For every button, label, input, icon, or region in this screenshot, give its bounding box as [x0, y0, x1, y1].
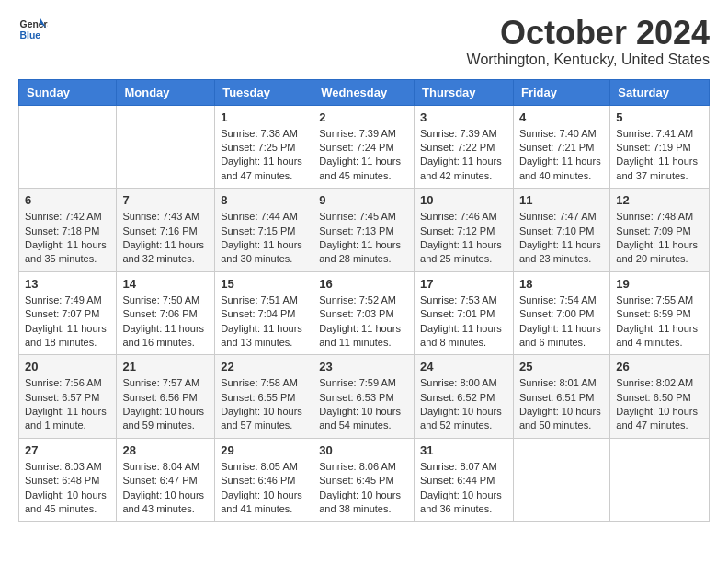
- day-info: Sunrise: 7:49 AM Sunset: 7:07 PM Dayligh…: [25, 293, 110, 350]
- day-info: Sunrise: 8:02 AM Sunset: 6:50 PM Dayligh…: [616, 376, 703, 433]
- calendar-cell: [513, 438, 609, 522]
- day-number: 2: [319, 110, 408, 124]
- day-number: 5: [616, 110, 703, 124]
- calendar-cell: 14Sunrise: 7:50 AM Sunset: 7:06 PM Dayli…: [117, 271, 215, 355]
- day-info: Sunrise: 7:42 AM Sunset: 7:18 PM Dayligh…: [25, 210, 110, 267]
- day-number: 6: [25, 193, 110, 207]
- calendar-week-row: 27Sunrise: 8:03 AM Sunset: 6:48 PM Dayli…: [19, 438, 710, 522]
- calendar-cell: 12Sunrise: 7:48 AM Sunset: 7:09 PM Dayli…: [610, 189, 710, 272]
- calendar-week-row: 1Sunrise: 7:38 AM Sunset: 7:25 PM Daylig…: [19, 105, 710, 189]
- calendar-week-row: 6Sunrise: 7:42 AM Sunset: 7:18 PM Daylig…: [19, 189, 710, 272]
- day-number: 26: [616, 360, 703, 373]
- calendar-cell: 31Sunrise: 8:07 AM Sunset: 6:44 PM Dayli…: [415, 438, 514, 522]
- calendar-cell: 16Sunrise: 7:52 AM Sunset: 7:03 PM Dayli…: [313, 271, 415, 355]
- day-info: Sunrise: 7:57 AM Sunset: 6:56 PM Dayligh…: [122, 376, 209, 433]
- weekday-header: Wednesday: [313, 79, 415, 105]
- day-info: Sunrise: 7:55 AM Sunset: 6:59 PM Dayligh…: [616, 293, 703, 350]
- calendar-cell: 28Sunrise: 8:04 AM Sunset: 6:47 PM Dayli…: [117, 438, 215, 522]
- day-number: 10: [420, 193, 507, 207]
- calendar-cell: 25Sunrise: 8:01 AM Sunset: 6:51 PM Dayli…: [513, 355, 609, 439]
- calendar-cell: 19Sunrise: 7:55 AM Sunset: 6:59 PM Dayli…: [610, 271, 710, 355]
- day-number: 21: [122, 360, 209, 373]
- weekday-header-row: SundayMondayTuesdayWednesdayThursdayFrid…: [19, 79, 710, 105]
- day-number: 17: [420, 277, 507, 291]
- calendar-cell: 29Sunrise: 8:05 AM Sunset: 6:46 PM Dayli…: [215, 438, 313, 522]
- header: General Blue October 2024 Worthington, K…: [18, 15, 710, 68]
- day-number: 25: [519, 360, 604, 373]
- day-info: Sunrise: 7:39 AM Sunset: 7:24 PM Dayligh…: [319, 127, 408, 184]
- day-number: 31: [420, 443, 507, 457]
- calendar-cell: 20Sunrise: 7:56 AM Sunset: 6:57 PM Dayli…: [19, 355, 117, 439]
- calendar-week-row: 20Sunrise: 7:56 AM Sunset: 6:57 PM Dayli…: [19, 355, 710, 439]
- day-number: 14: [122, 277, 209, 291]
- day-number: 7: [122, 193, 209, 207]
- calendar-cell: 5Sunrise: 7:41 AM Sunset: 7:19 PM Daylig…: [610, 105, 710, 189]
- calendar-cell: 2Sunrise: 7:39 AM Sunset: 7:24 PM Daylig…: [313, 105, 415, 189]
- day-number: 3: [420, 110, 507, 124]
- day-number: 8: [221, 193, 307, 207]
- calendar-cell: [117, 105, 215, 189]
- calendar-cell: 11Sunrise: 7:47 AM Sunset: 7:10 PM Dayli…: [513, 189, 609, 272]
- calendar-cell: 21Sunrise: 7:57 AM Sunset: 6:56 PM Dayli…: [117, 355, 215, 439]
- day-number: 1: [221, 110, 307, 124]
- day-info: Sunrise: 7:43 AM Sunset: 7:16 PM Dayligh…: [122, 210, 209, 267]
- calendar-cell: 1Sunrise: 7:38 AM Sunset: 7:25 PM Daylig…: [215, 105, 313, 189]
- day-info: Sunrise: 7:48 AM Sunset: 7:09 PM Dayligh…: [616, 210, 703, 267]
- calendar-cell: 13Sunrise: 7:49 AM Sunset: 7:07 PM Dayli…: [19, 271, 117, 355]
- calendar-cell: 30Sunrise: 8:06 AM Sunset: 6:45 PM Dayli…: [313, 438, 415, 522]
- title-area: October 2024 Worthington, Kentucky, Unit…: [467, 15, 710, 68]
- day-number: 20: [25, 360, 110, 373]
- day-info: Sunrise: 7:41 AM Sunset: 7:19 PM Dayligh…: [616, 127, 703, 184]
- calendar-cell: 27Sunrise: 8:03 AM Sunset: 6:48 PM Dayli…: [19, 438, 117, 522]
- day-number: 27: [25, 443, 110, 457]
- day-info: Sunrise: 8:03 AM Sunset: 6:48 PM Dayligh…: [25, 460, 110, 517]
- calendar-cell: 9Sunrise: 7:45 AM Sunset: 7:13 PM Daylig…: [313, 189, 415, 272]
- calendar-cell: [610, 438, 710, 522]
- month-title: October 2024: [467, 15, 710, 52]
- day-number: 22: [221, 360, 307, 373]
- weekday-header: Tuesday: [215, 79, 313, 105]
- day-info: Sunrise: 7:45 AM Sunset: 7:13 PM Dayligh…: [319, 210, 408, 267]
- calendar-cell: 26Sunrise: 8:02 AM Sunset: 6:50 PM Dayli…: [610, 355, 710, 439]
- day-info: Sunrise: 7:53 AM Sunset: 7:01 PM Dayligh…: [420, 293, 507, 350]
- day-number: 28: [122, 443, 209, 457]
- day-number: 23: [319, 360, 408, 373]
- logo-icon: General Blue: [18, 15, 48, 44]
- day-number: 9: [319, 193, 408, 207]
- day-number: 29: [221, 443, 307, 457]
- day-info: Sunrise: 8:04 AM Sunset: 6:47 PM Dayligh…: [122, 460, 209, 517]
- calendar-cell: 8Sunrise: 7:44 AM Sunset: 7:15 PM Daylig…: [215, 189, 313, 272]
- logo: General Blue: [18, 15, 51, 44]
- day-info: Sunrise: 7:44 AM Sunset: 7:15 PM Dayligh…: [221, 210, 307, 267]
- day-number: 30: [319, 443, 408, 457]
- weekday-header: Monday: [117, 79, 215, 105]
- day-number: 13: [25, 277, 110, 291]
- day-info: Sunrise: 7:59 AM Sunset: 6:53 PM Dayligh…: [319, 376, 408, 433]
- day-number: 12: [616, 193, 703, 207]
- calendar-cell: 7Sunrise: 7:43 AM Sunset: 7:16 PM Daylig…: [117, 189, 215, 272]
- day-number: 24: [420, 360, 507, 373]
- calendar-week-row: 13Sunrise: 7:49 AM Sunset: 7:07 PM Dayli…: [19, 271, 710, 355]
- day-info: Sunrise: 7:38 AM Sunset: 7:25 PM Dayligh…: [221, 127, 307, 184]
- day-info: Sunrise: 8:06 AM Sunset: 6:45 PM Dayligh…: [319, 460, 408, 517]
- day-info: Sunrise: 8:05 AM Sunset: 6:46 PM Dayligh…: [221, 460, 307, 517]
- calendar-cell: 3Sunrise: 7:39 AM Sunset: 7:22 PM Daylig…: [415, 105, 514, 189]
- day-info: Sunrise: 7:47 AM Sunset: 7:10 PM Dayligh…: [519, 210, 604, 267]
- calendar-cell: 10Sunrise: 7:46 AM Sunset: 7:12 PM Dayli…: [415, 189, 514, 272]
- day-info: Sunrise: 7:58 AM Sunset: 6:55 PM Dayligh…: [221, 376, 307, 433]
- day-number: 11: [519, 193, 604, 207]
- calendar-cell: [19, 105, 117, 189]
- svg-text:Blue: Blue: [20, 30, 41, 40]
- day-number: 18: [519, 277, 604, 291]
- day-number: 16: [319, 277, 408, 291]
- weekday-header: Saturday: [610, 79, 710, 105]
- calendar-cell: 18Sunrise: 7:54 AM Sunset: 7:00 PM Dayli…: [513, 271, 609, 355]
- calendar-cell: 24Sunrise: 8:00 AM Sunset: 6:52 PM Dayli…: [415, 355, 514, 439]
- day-info: Sunrise: 7:50 AM Sunset: 7:06 PM Dayligh…: [122, 293, 209, 350]
- calendar-cell: 15Sunrise: 7:51 AM Sunset: 7:04 PM Dayli…: [215, 271, 313, 355]
- weekday-header: Friday: [513, 79, 609, 105]
- calendar-table: SundayMondayTuesdayWednesdayThursdayFrid…: [18, 79, 710, 523]
- day-info: Sunrise: 7:56 AM Sunset: 6:57 PM Dayligh…: [25, 376, 110, 433]
- calendar-cell: 22Sunrise: 7:58 AM Sunset: 6:55 PM Dayli…: [215, 355, 313, 439]
- day-info: Sunrise: 7:51 AM Sunset: 7:04 PM Dayligh…: [221, 293, 307, 350]
